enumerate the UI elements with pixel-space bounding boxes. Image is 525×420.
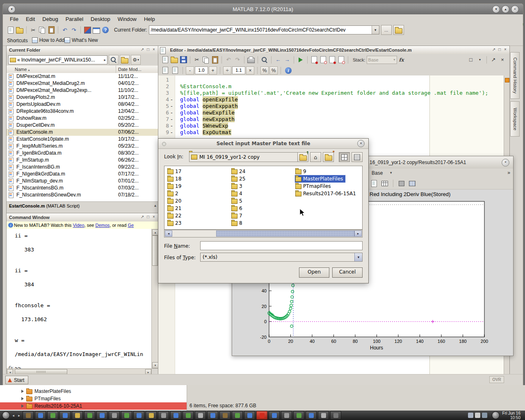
code-line[interactable]: 6-global newExpfile bbox=[158, 110, 504, 116]
banner-link[interactable]: Demos bbox=[96, 223, 110, 228]
clear-breakpoints-button[interactable] bbox=[319, 56, 327, 64]
cut-button[interactable]: ✂ bbox=[29, 26, 37, 34]
menu-parallel[interactable]: Parallel bbox=[62, 14, 87, 22]
previous-cell-button[interactable] bbox=[161, 66, 169, 75]
current-folder-header[interactable]: Current Folder ↗ □ × bbox=[7, 46, 158, 55]
taskbar-clock[interactable]: Fri Jun 16 10:50 bbox=[501, 411, 523, 420]
dialog-horizontal-scrollbar[interactable]: ◂ ▸ bbox=[164, 230, 363, 237]
dialog-folder-item[interactable]: 2 bbox=[167, 190, 181, 197]
taskbar-app-button[interactable] bbox=[195, 411, 206, 420]
new-file-button[interactable] bbox=[161, 56, 169, 64]
increment-value-field[interactable]: 1.0 bbox=[195, 66, 208, 74]
stack-value[interactable]: Base bbox=[372, 170, 383, 176]
close-button[interactable]: × bbox=[511, 5, 519, 13]
taskbar-app-button[interactable] bbox=[219, 411, 231, 420]
redo-button[interactable]: ↷ bbox=[233, 56, 242, 64]
dialog-folder-item[interactable]: 5 bbox=[231, 197, 245, 205]
uncomment-button[interactable]: % bbox=[269, 66, 278, 75]
multiply-value-field[interactable]: 1.1 bbox=[232, 66, 245, 74]
taskbar-app-button[interactable] bbox=[207, 411, 218, 420]
dialog-folder-item[interactable]: 8 bbox=[231, 219, 245, 227]
command-window-header[interactable]: Command Window ↗ □ × bbox=[7, 213, 158, 222]
file-manager-row[interactable]: Results2016-10-25A1 bbox=[0, 402, 187, 410]
cancel-button[interactable]: Cancel bbox=[332, 267, 363, 278]
scrollbar-thumb[interactable] bbox=[152, 235, 158, 266]
next-cell-button[interactable] bbox=[171, 66, 179, 75]
image-button[interactable] bbox=[397, 179, 406, 187]
file-row[interactable]: EstartConsole10plate.m10/17/2... bbox=[7, 136, 158, 143]
file-row[interactable]: DpertsUploadDev.m08/04/2... bbox=[7, 101, 158, 108]
dialog-folder-item[interactable]: 3 bbox=[231, 183, 245, 190]
dialog-folder-item[interactable]: 25 bbox=[231, 175, 248, 183]
new-folder-button[interactable] bbox=[120, 55, 130, 65]
mlint-warning-marker[interactable] bbox=[505, 78, 509, 82]
taskbar-app-button[interactable] bbox=[133, 411, 144, 420]
file-row[interactable]: F_NIgenBkGrdData.m07/17/2... bbox=[7, 171, 158, 178]
insert-function-button[interactable]: fx bbox=[397, 56, 406, 64]
dialog-folder-item[interactable]: 17 bbox=[167, 168, 184, 175]
paste-button[interactable] bbox=[47, 26, 55, 34]
start-button[interactable]: Start bbox=[5, 376, 28, 384]
matlab-titlebar[interactable]: ▾ MATLAB 7.12.0 (R2011a) ▾ ▴ × bbox=[3, 4, 523, 15]
stack-combobox[interactable]: Base ▾ bbox=[367, 56, 397, 64]
undock-document-button[interactable]: ↗ bbox=[489, 56, 498, 64]
overflow-chevron-icon[interactable]: » bbox=[507, 170, 510, 176]
menu-edit[interactable]: Edit bbox=[22, 14, 39, 22]
tab-workspace[interactable]: Workspace bbox=[510, 101, 520, 137]
menu-file[interactable]: File bbox=[6, 14, 22, 22]
undock-panel-icon[interactable]: ↗ bbox=[491, 47, 497, 52]
file-row[interactable]: EstartConsole.m07/06/2... bbox=[7, 129, 158, 136]
file-row[interactable]: DsuperCellDev.m05/20/2... bbox=[7, 122, 158, 129]
undo-button[interactable]: ↶ bbox=[61, 26, 69, 34]
dialog-folder-item[interactable]: 21 bbox=[167, 205, 184, 212]
open-file-button[interactable] bbox=[170, 56, 178, 64]
dialog-folder-item[interactable]: 7 bbox=[231, 212, 245, 219]
file-row[interactable]: F_IgenBkGrdData.m08/30/2... bbox=[7, 150, 158, 157]
divide-value-button[interactable]: ÷ bbox=[223, 66, 231, 75]
new-script-button[interactable] bbox=[7, 26, 15, 34]
file-row[interactable]: F_lexpMultiTseries.m05/23/2... bbox=[7, 143, 158, 150]
comment-button[interactable]: % bbox=[260, 66, 269, 75]
details-view-button[interactable] bbox=[352, 152, 363, 162]
close-panel-icon[interactable]: × bbox=[151, 47, 157, 52]
table-view-button[interactable] bbox=[381, 179, 389, 187]
breadcrumb[interactable]: « InovImager_jwrCF_WINLinx150... ▸ bbox=[8, 55, 107, 64]
minimize-button[interactable]: ▾ bbox=[492, 5, 500, 13]
chevron-down-icon[interactable]: ▾ bbox=[354, 253, 362, 261]
folder-list[interactable]: 171819220212223 2425345678 9MasterPlateF… bbox=[164, 166, 363, 230]
expand-arrow-icon[interactable] bbox=[21, 404, 24, 408]
dialog-folder-item[interactable]: 24 bbox=[231, 168, 248, 175]
search-button[interactable] bbox=[109, 55, 119, 65]
code-line[interactable]: 5-global openExppath bbox=[158, 103, 504, 110]
chevron-right-icon[interactable]: ▸ bbox=[104, 58, 106, 62]
go-back-button[interactable]: ← bbox=[274, 56, 282, 64]
file-row[interactable]: F_ImStartup.m06/26/2... bbox=[7, 157, 158, 164]
simulink-button[interactable] bbox=[83, 26, 91, 34]
file-row[interactable]: F_IscanIntensBG.m09/22/2... bbox=[7, 164, 158, 171]
close-button[interactable]: × bbox=[502, 159, 509, 167]
taskbar-app-button[interactable] bbox=[170, 411, 181, 420]
scroll-right-icon[interactable]: ▸ bbox=[354, 231, 362, 237]
menu-desktop[interactable]: Desktop bbox=[87, 14, 114, 22]
file-row[interactable]: DoverlayPlots2.m10/17/2... bbox=[7, 94, 158, 101]
file-name-input[interactable] bbox=[200, 241, 363, 250]
collapse-details-icon[interactable]: ▴ bbox=[154, 203, 156, 208]
code-line[interactable]: 7-global newExppath bbox=[158, 116, 504, 123]
current-folder-combobox[interactable]: /media/data/EASY/InovImager_jwrCF_WINLin… bbox=[149, 25, 379, 34]
taskbar-app-button[interactable] bbox=[269, 411, 280, 420]
tray-icon[interactable] bbox=[482, 413, 487, 418]
column-header-date[interactable]: Date Mod... bbox=[116, 66, 158, 73]
maximize-panel-icon[interactable]: □ bbox=[145, 47, 151, 52]
list-view-button[interactable] bbox=[339, 152, 350, 162]
taskbar-app-button[interactable] bbox=[146, 411, 157, 420]
taskbar-app-button[interactable] bbox=[35, 411, 46, 420]
banner-link[interactable]: Video bbox=[73, 223, 84, 228]
menu-help[interactable]: Help bbox=[140, 14, 159, 22]
editor-header[interactable]: Editor - /media/data/EASY/InovImager_jwr… bbox=[158, 46, 509, 55]
increment-value-button[interactable]: + bbox=[209, 66, 217, 75]
column-header-name[interactable]: Name ▴ bbox=[15, 67, 30, 72]
taskbar-app-button[interactable] bbox=[293, 411, 304, 420]
dialog-folder-item[interactable]: 6 bbox=[231, 205, 245, 212]
taskbar-app-button[interactable] bbox=[318, 411, 329, 420]
dialog-folder-item[interactable]: 19 bbox=[167, 183, 184, 190]
